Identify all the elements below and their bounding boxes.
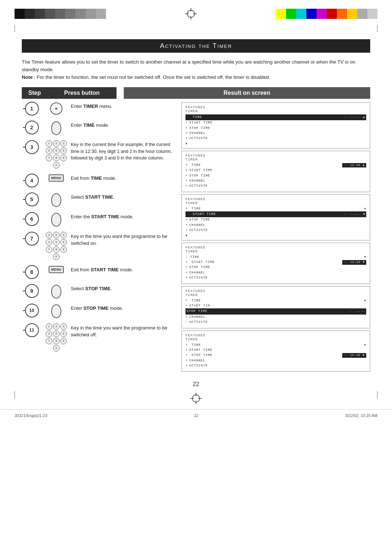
step-icon-10 [42, 303, 71, 318]
screen-4-title: FEATURES [185, 246, 366, 250]
swatch [55, 9, 65, 19]
screen-1-item-channel: • CHANNEL [185, 131, 366, 136]
intro-text: The Timer feature allows you to set the … [22, 58, 370, 81]
step-badge-10: 10 [25, 304, 39, 317]
screen-result-5: FEATURES TIMER • TIME ▲ • START TIM STOP… [181, 286, 370, 328]
results-column: FEATURES TIMER • TIME ·· --:-- ▲ • START… [174, 99, 370, 374]
screen-3-item-time: • TIME ▲ [185, 206, 366, 211]
menu-label-icon: MENU [49, 174, 64, 182]
intro-para2: Note : For the timer to function, the se… [22, 74, 370, 81]
title-bar: Activating the Timer [22, 39, 370, 53]
color-bar-left [15, 9, 106, 19]
screen-1-item-stop: • STOP TIME [185, 126, 366, 131]
step-badge-6: 6 [25, 212, 39, 226]
color-bar-right [276, 9, 377, 19]
footer-center: 22 [194, 413, 198, 418]
screen-5-item-channel: • CHANNEL [185, 315, 366, 320]
intro-para1: The Timer feature allows you to set the … [22, 58, 370, 74]
page-number: 22 [0, 381, 392, 388]
crosshair-top [184, 7, 198, 21]
step-text-1: Enter TIMER menu. [71, 101, 174, 110]
swatch [25, 9, 35, 19]
header-result: Result on screen [124, 87, 370, 99]
page-line-right [377, 25, 377, 32]
step-row-8: 8 MENU Exit from START TIME mode. [22, 262, 174, 281]
title-section: Activating the Timer [22, 39, 370, 53]
step-num-2: 2 [22, 120, 42, 134]
content-area: 1 ⊕ Enter TIMER menu. 2 Enter TIME mode. [22, 99, 370, 374]
step-badge-8: 8 [25, 265, 39, 279]
step-badge-1: 1 [25, 102, 39, 116]
swatch [65, 9, 75, 19]
screen-3-item-start: • START TIME ·· --:-- ▼ [185, 211, 366, 217]
swatch [35, 9, 45, 19]
step-num-9: 9 [22, 283, 42, 298]
screen-2-item-channel: • CHANNEL [185, 178, 366, 183]
numpad-icon-7: 1 2 3 4 5 6 7 8 9 0 [46, 232, 67, 260]
step-icon-6 [42, 211, 71, 227]
step-num-4: 4 [22, 173, 42, 187]
screen-4-item-channel: • CHANNEL [185, 270, 366, 275]
oval-button-icon-6 [51, 213, 61, 227]
step-row-4: 4 MENU Exit from TIME mode. [22, 171, 174, 190]
screen-4-item-start: • START TIME ·· 13:30 ▼ [185, 260, 366, 265]
swatch [337, 9, 347, 19]
step-row-5: 5 Select START TIME. [22, 190, 174, 209]
screen-4-subtitle: TIMER [185, 250, 366, 254]
screen-1-title: FEATURES [185, 106, 366, 109]
top-bar-container [0, 0, 392, 25]
footer-right: 3/22/02, 10:25 AM [345, 413, 377, 418]
crosshair-bottom [189, 391, 203, 406]
page-line-bottom-right [377, 391, 377, 398]
screen-6-title: FEATURES [185, 334, 366, 337]
oval-button-icon-5 [51, 193, 61, 207]
header-press: Press button [48, 87, 117, 99]
swatch [15, 9, 25, 19]
screen-5-item-stop: STOP TIME ·· --:-- [185, 308, 366, 314]
swatch [347, 9, 357, 19]
step-icon-3: 1 2 3 4 5 6 7 8 9 0 [42, 139, 71, 169]
step-num-5: 5 [22, 192, 42, 206]
screen-5-title: FEATURES [185, 289, 366, 293]
step-text-2: Enter TIME mode. [71, 120, 174, 129]
swatch [86, 9, 96, 19]
screen-result-6: FEATURES TIMER • TIME ▲ • START TIME • S… [181, 331, 370, 372]
step-text-4: Exit from TIME mode. [71, 173, 174, 182]
page-title: Activating the Timer [160, 42, 232, 49]
step-row-7: 7 1 2 3 4 5 6 7 8 9 0 Key in the time yo… [22, 229, 174, 262]
step-icon-9 [42, 283, 71, 299]
step-icon-8: MENU [42, 264, 71, 273]
step-row-6: 6 Enter the START TIME mode. [22, 209, 174, 229]
screen-4-item-activate: • ACTIVATE [185, 275, 366, 280]
oval-button-icon-9 [51, 285, 61, 299]
oval-button-icon-10 [51, 304, 61, 318]
step-badge-4: 4 [25, 174, 39, 187]
page-lines-top [0, 25, 392, 32]
swatch [286, 9, 296, 19]
step-row-3: 3 1 2 3 4 5 6 7 8 9 0 Key in the current… [22, 137, 174, 171]
step-icon-1: ⊕ [42, 101, 71, 115]
step-icon-2 [42, 120, 71, 135]
oval-button-icon [51, 121, 61, 135]
swatch [296, 9, 306, 19]
screen-3-item-channel: • CHANNEL [185, 223, 366, 228]
step-icon-7: 1 2 3 4 5 6 7 8 9 0 [42, 231, 71, 260]
step-badge-7: 7 [25, 232, 39, 246]
step-icon-4: MENU [42, 173, 71, 182]
step-num-6: 6 [22, 211, 42, 226]
screen-5-item-start: • START TIM [185, 303, 366, 308]
step-text-11: Key in the time you want the programme t… [71, 323, 174, 339]
step-text-10: Enter STOP TIME mode. [71, 303, 174, 312]
step-badge-3: 3 [25, 140, 39, 154]
screen-3-title: FEATURES [185, 198, 366, 201]
step-row-9: 9 Select STOP TIME. [22, 281, 174, 301]
step-text-6: Enter the START TIME mode. [71, 211, 174, 220]
step-row-10: 10 Enter STOP TIME mode. [22, 301, 174, 320]
page-lines-bottom [0, 391, 392, 406]
numpad-icon-11: 1 2 3 4 5 6 7 8 9 0 [46, 323, 67, 352]
screen-2-item-stop: • STOP TIME [185, 173, 366, 178]
screen-4-item-time: · TIME ▲ [185, 255, 366, 260]
screen-1-item-start: • START TIME [185, 120, 366, 125]
screen-1-item-activate: • ACTIVATE [185, 136, 366, 141]
swatch [306, 9, 317, 19]
